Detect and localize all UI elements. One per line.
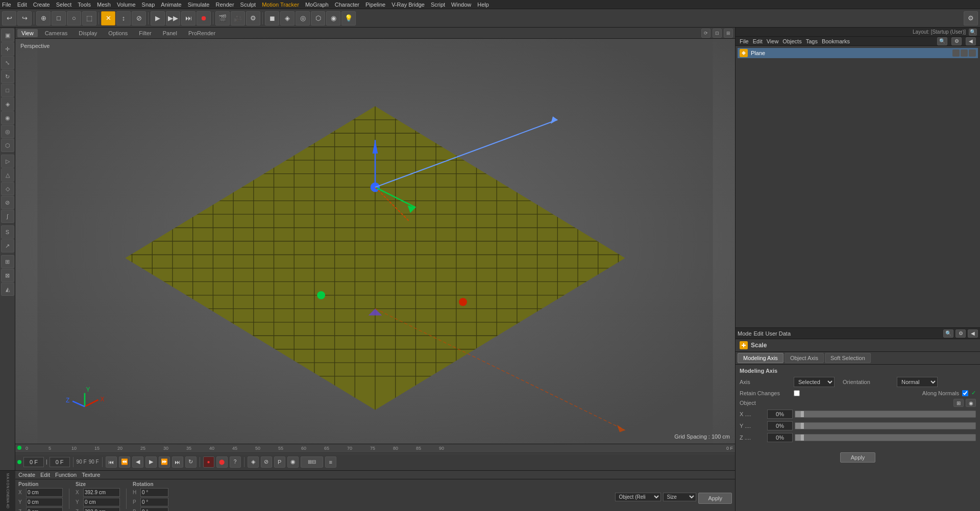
play-button[interactable]: ▶ bbox=[151, 11, 165, 25]
tab-object-axis[interactable]: Object Axis bbox=[785, 353, 824, 363]
menu-tools[interactable]: Tools bbox=[78, 2, 91, 8]
object-mode-dropdown[interactable]: Object (Reli bbox=[615, 493, 661, 501]
menu-render[interactable]: Render bbox=[215, 2, 234, 8]
menu-animate[interactable]: Animate bbox=[161, 2, 181, 8]
record-button[interactable]: ⏺ bbox=[197, 11, 211, 25]
menu-sculpt[interactable]: Sculpt bbox=[240, 2, 256, 8]
tab-soft-selection[interactable]: Soft Selection bbox=[825, 353, 871, 363]
menu-script[interactable]: Script bbox=[431, 2, 445, 8]
start-frame-input[interactable] bbox=[50, 457, 70, 467]
sidebar-tool8[interactable]: ◇ bbox=[1, 182, 14, 195]
orientation-select[interactable]: Normal bbox=[897, 377, 938, 387]
obj-ctrl-1[interactable]: ⊞ bbox=[953, 399, 964, 407]
axis-select[interactable]: Selected bbox=[794, 377, 835, 387]
coordbar-texture[interactable]: Texture bbox=[82, 472, 100, 478]
prop-userdata-menu[interactable]: User Data bbox=[766, 330, 791, 337]
menu-help[interactable]: Help bbox=[477, 2, 489, 8]
obj-visible-button[interactable] bbox=[952, 49, 960, 57]
viewport-icon-1[interactable]: ⟳ bbox=[701, 29, 710, 38]
rotate-tool-button[interactable]: ⊘ bbox=[132, 11, 146, 25]
menu-edit[interactable]: Edit bbox=[17, 2, 27, 8]
viewport-shading-3[interactable]: ◎ bbox=[296, 11, 310, 25]
timeline-path[interactable]: P bbox=[274, 456, 285, 468]
tab-modeling-axis[interactable]: Modeling Axis bbox=[738, 353, 783, 363]
size-y-input[interactable] bbox=[83, 498, 120, 506]
viewport-icon-2[interactable]: ⊡ bbox=[713, 29, 722, 38]
timeline-add-key[interactable]: ◈ bbox=[248, 456, 259, 468]
loop-button[interactable]: ↻ bbox=[185, 456, 197, 468]
position-x-input[interactable] bbox=[26, 488, 63, 497]
next-frame-button[interactable]: ⏩ bbox=[159, 456, 170, 468]
position-z-input[interactable] bbox=[26, 507, 63, 511]
size-mode-dropdown[interactable]: Size bbox=[663, 493, 696, 501]
sidebar-select[interactable]: ▣ bbox=[1, 29, 14, 42]
sidebar-tool10[interactable]: ∫ bbox=[1, 210, 14, 223]
timeline-ruler[interactable]: 0 5 10 15 20 25 30 35 40 45 50 55 60 65 … bbox=[15, 444, 735, 453]
prop-settings-icon[interactable]: ⚙ bbox=[955, 329, 966, 338]
om-objects[interactable]: Objects bbox=[782, 38, 801, 44]
obj-render-button[interactable] bbox=[961, 49, 968, 57]
coordbar-edit[interactable]: Edit bbox=[40, 472, 50, 478]
properties-apply-button[interactable]: Apply bbox=[840, 452, 876, 463]
sidebar-rotate[interactable]: ↻ bbox=[1, 70, 14, 83]
obj-ctrl-2[interactable]: ◉ bbox=[966, 399, 976, 407]
sidebar-tool12[interactable]: ↗ bbox=[1, 239, 14, 252]
viewport-3d[interactable]: Perspective bbox=[15, 39, 735, 444]
menu-mesh[interactable]: Mesh bbox=[97, 2, 111, 8]
skip-end-button[interactable]: ⏭ bbox=[181, 11, 195, 25]
om-file[interactable]: File bbox=[740, 38, 749, 44]
coordbar-function[interactable]: Function bbox=[55, 472, 77, 478]
sidebar-tool13[interactable]: ⊞ bbox=[1, 255, 14, 268]
sidebar-tool4[interactable]: ◎ bbox=[1, 125, 14, 138]
rotation-b-input[interactable] bbox=[140, 507, 168, 511]
x-value-input[interactable] bbox=[767, 410, 793, 419]
viewport-shading-5[interactable]: ◉ bbox=[326, 11, 340, 25]
go-start-button[interactable]: ⏮ bbox=[106, 456, 117, 468]
obj-lock-button[interactable] bbox=[969, 49, 976, 57]
timeline-view[interactable]: ⊞⊟ bbox=[301, 456, 323, 468]
play-forward-button2[interactable]: ▶ bbox=[145, 456, 157, 468]
play-forward-button[interactable]: ▶▶ bbox=[166, 11, 180, 25]
tab-view[interactable]: View bbox=[17, 29, 38, 37]
rotation-p-input[interactable] bbox=[140, 498, 168, 506]
sphere-button[interactable]: ○ bbox=[67, 11, 81, 25]
apply-button[interactable]: Apply bbox=[698, 493, 732, 504]
search-icon[interactable]: 🔍 bbox=[969, 29, 977, 36]
current-frame-input[interactable] bbox=[23, 457, 44, 467]
rotation-h-input[interactable] bbox=[140, 488, 168, 497]
prev-frame-button[interactable]: ⏪ bbox=[119, 456, 130, 468]
menu-create[interactable]: Create bbox=[33, 2, 50, 8]
scale-tool-button[interactable]: ↕ bbox=[116, 11, 131, 25]
size-z-input[interactable] bbox=[83, 507, 120, 511]
sidebar-move[interactable]: ✛ bbox=[1, 42, 14, 56]
tab-display[interactable]: Display bbox=[75, 29, 101, 37]
sidebar-tool7[interactable]: △ bbox=[1, 168, 14, 182]
record-mode-button[interactable]: ? bbox=[230, 456, 241, 468]
menu-simulate[interactable]: Simulate bbox=[188, 2, 210, 8]
go-end-button[interactable]: ⏭ bbox=[172, 456, 183, 468]
tab-panel[interactable]: Panel bbox=[159, 29, 181, 37]
sidebar-tool5[interactable]: ⬡ bbox=[1, 139, 14, 152]
position-y-input[interactable] bbox=[26, 498, 63, 506]
z-slider[interactable] bbox=[795, 434, 976, 441]
sidebar-tool11[interactable]: S bbox=[1, 225, 14, 239]
sidebar-scale[interactable]: ⤡ bbox=[1, 56, 14, 69]
prop-minimize-icon[interactable]: ◀ bbox=[968, 329, 978, 338]
render-settings-button[interactable]: ⚙ bbox=[246, 11, 260, 25]
menu-vray-bridge[interactable]: V-Ray Bridge bbox=[391, 2, 425, 8]
add-object-button[interactable]: ⊕ bbox=[36, 11, 51, 25]
sidebar-tool9[interactable]: ⊘ bbox=[1, 196, 14, 209]
menu-select[interactable]: Select bbox=[56, 2, 72, 8]
auto-key-button[interactable]: ⬤ bbox=[216, 456, 228, 468]
menu-character[interactable]: Character bbox=[335, 2, 359, 8]
tab-options[interactable]: Options bbox=[104, 29, 132, 37]
menu-file[interactable]: File bbox=[2, 2, 11, 8]
menu-motion-tracker[interactable]: Motion Tracker bbox=[262, 2, 299, 8]
object-plane[interactable]: Plane bbox=[738, 48, 978, 58]
undo-button[interactable]: ↩ bbox=[2, 11, 16, 25]
om-edit[interactable]: Edit bbox=[753, 38, 763, 44]
om-search-icon[interactable]: 🔍 bbox=[937, 37, 947, 45]
sidebar-tool2[interactable]: ◈ bbox=[1, 97, 14, 111]
cube-button[interactable]: □ bbox=[52, 11, 66, 25]
sidebar-tool6[interactable]: ▷ bbox=[1, 155, 14, 168]
